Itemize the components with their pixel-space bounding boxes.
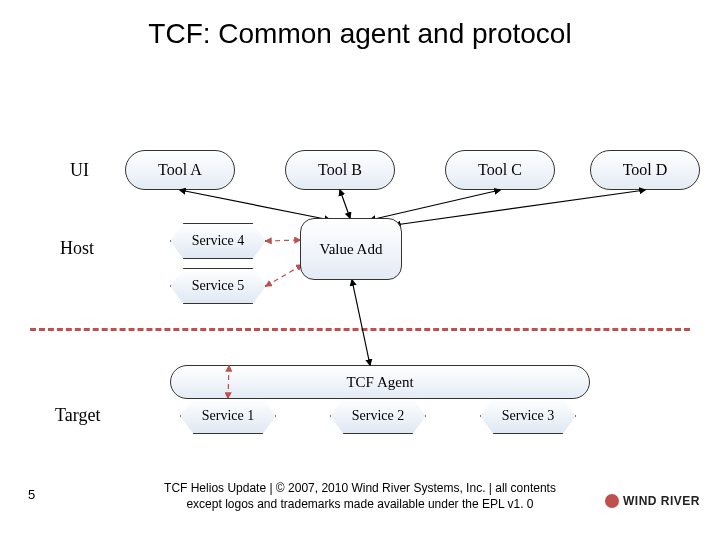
node-tcf-agent: TCF Agent bbox=[170, 365, 590, 399]
node-service-3: Service 3 bbox=[480, 398, 576, 434]
logo-text: WIND RIVER bbox=[623, 494, 700, 508]
node-service-5: Service 5 bbox=[170, 268, 266, 304]
host-target-divider bbox=[30, 328, 690, 331]
svg-line-3 bbox=[395, 190, 645, 225]
svg-line-5 bbox=[266, 265, 302, 286]
svg-line-1 bbox=[340, 190, 350, 218]
svg-line-2 bbox=[370, 190, 500, 220]
slide-title: TCF: Common agent and protocol bbox=[0, 18, 720, 50]
node-tool-b: Tool B bbox=[285, 150, 395, 190]
label-target: Target bbox=[55, 405, 100, 426]
logo-mark-icon bbox=[605, 494, 619, 508]
node-service-2: Service 2 bbox=[330, 398, 426, 434]
node-service-4: Service 4 bbox=[170, 223, 266, 259]
svg-line-4 bbox=[266, 240, 300, 241]
svg-line-0 bbox=[180, 190, 330, 220]
node-tool-d: Tool D bbox=[590, 150, 700, 190]
logo-wind-river: WIND RIVER bbox=[605, 494, 700, 508]
slide-number: 5 bbox=[28, 487, 35, 502]
node-tool-a: Tool A bbox=[125, 150, 235, 190]
label-ui: UI bbox=[70, 160, 89, 181]
label-host: Host bbox=[60, 238, 94, 259]
node-service-1: Service 1 bbox=[180, 398, 276, 434]
node-tool-c: Tool C bbox=[445, 150, 555, 190]
footer-line-2: except logos and trademarks made availab… bbox=[186, 497, 533, 511]
footer-line-1: TCF Helios Update | © 2007, 2010 Wind Ri… bbox=[164, 481, 556, 495]
svg-line-6 bbox=[352, 280, 370, 365]
node-value-add: Value Add bbox=[300, 218, 402, 280]
footer-text: TCF Helios Update | © 2007, 2010 Wind Ri… bbox=[60, 480, 660, 512]
